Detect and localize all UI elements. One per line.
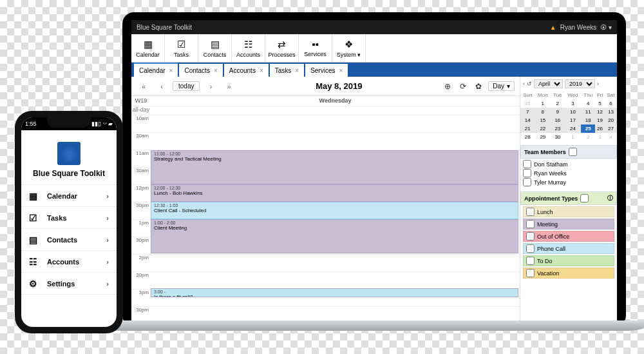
mini-day[interactable]: 1 [535, 99, 551, 108]
settings-icon[interactable]: ✿ [473, 81, 484, 92]
phone-item-contacts[interactable]: ▤Contacts› [21, 229, 117, 251]
mini-day[interactable]: 29 [535, 133, 551, 141]
tab-accounts[interactable]: Accounts× [224, 63, 269, 77]
appointment[interactable]: 3:00 -Is there a fit call? [151, 288, 518, 297]
mini-day[interactable]: 12 [595, 108, 605, 116]
mini-day[interactable]: 11 [581, 108, 595, 116]
today-button[interactable]: today [173, 81, 200, 91]
mini-year-select[interactable]: 2019 [565, 79, 595, 88]
mini-day[interactable]: 24 [565, 124, 582, 133]
tab-close-icon[interactable]: × [295, 67, 299, 74]
type-checkbox[interactable] [526, 208, 535, 216]
tab-calendar[interactable]: Calendar× [134, 63, 178, 77]
toolbar-services[interactable]: ▪▪Services [299, 34, 332, 62]
first-icon[interactable]: « [137, 79, 151, 93]
time-row[interactable]: 10am [131, 115, 520, 133]
mini-day[interactable]: 19 [595, 116, 605, 124]
time-slot[interactable] [151, 255, 520, 271]
phone-item-tasks[interactable]: ☑Tasks› [21, 207, 117, 229]
appointment[interactable]: 12:30 - 1:00Client Call - Scheduled [151, 202, 518, 219]
appointment-types-header[interactable]: Appointment Types ⓘ [520, 192, 617, 205]
tab-close-icon[interactable]: × [339, 67, 343, 74]
mini-day[interactable]: 8 [535, 108, 551, 116]
appointment[interactable]: 11:00 - 12:00Strategy and Tactical Meeti… [151, 150, 518, 184]
mini-month-select[interactable]: April [534, 79, 563, 88]
mini-day[interactable]: 4 [581, 99, 595, 108]
mini-day[interactable]: 3 [595, 133, 605, 141]
types-all-checkbox[interactable] [580, 194, 589, 202]
type-checkbox[interactable] [526, 244, 535, 253]
current-user[interactable]: Ryan Weeks [560, 24, 597, 31]
team-checkbox[interactable] [523, 178, 531, 186]
mini-history-icon[interactable]: ↺ [527, 81, 532, 87]
mini-day[interactable]: 6 [605, 99, 617, 108]
toolbar-processes[interactable]: ⇄Processes [265, 34, 299, 62]
toolbar-accounts[interactable]: ☷Accounts [232, 34, 265, 62]
mini-day[interactable]: 26 [595, 124, 605, 133]
toolbar-system[interactable]: ❖System ▾ [332, 34, 366, 62]
mini-day[interactable]: 14 [520, 116, 535, 124]
mini-day[interactable]: 2 [551, 99, 564, 108]
refresh-icon[interactable]: ⟳ [457, 81, 469, 92]
mini-day[interactable]: 7 [520, 108, 535, 116]
phone-item-accounts[interactable]: ☷Accounts› [21, 251, 117, 273]
tab-close-icon[interactable]: × [260, 67, 263, 74]
tab-contacts[interactable]: Contacts× [179, 63, 222, 77]
phone-item-settings[interactable]: ⚙Settings› [21, 273, 117, 295]
mini-day[interactable]: 21 [520, 124, 535, 133]
mini-day[interactable]: 1 [565, 133, 582, 141]
mini-day[interactable]: 22 [535, 124, 551, 133]
team-member[interactable]: Don Statham [523, 160, 614, 168]
prev-icon[interactable]: ‹ [155, 79, 169, 93]
tab-close-icon[interactable]: × [214, 67, 218, 74]
mini-day[interactable]: 2 [581, 133, 595, 141]
tab-close-icon[interactable]: × [169, 67, 173, 74]
mini-day[interactable]: 9 [551, 108, 564, 116]
time-grid[interactable]: 10am30am11am30am12pm30pm1pm30pm2pm30pm3p… [131, 115, 520, 320]
next-icon[interactable]: › [204, 79, 218, 93]
appointment-type[interactable]: Out of Office [523, 231, 614, 242]
time-slot[interactable] [151, 133, 520, 150]
type-checkbox[interactable] [526, 220, 535, 228]
mini-day[interactable]: 25 [581, 124, 595, 133]
info-icon[interactable]: ⓘ [607, 194, 613, 202]
mini-day[interactable]: 13 [605, 108, 617, 116]
mini-day[interactable]: 4 [605, 133, 617, 141]
mini-day[interactable]: 23 [551, 124, 564, 133]
mini-day[interactable]: 27 [605, 124, 617, 133]
add-icon[interactable]: ⊕ [442, 81, 453, 92]
toolbar-contacts[interactable]: ▤Contacts [198, 34, 232, 62]
type-checkbox[interactable] [526, 269, 535, 277]
team-member[interactable]: Ryan Weeks [523, 169, 614, 177]
mini-day[interactable]: 15 [535, 116, 551, 124]
mini-next-icon[interactable]: › [597, 81, 599, 87]
appointment-type[interactable]: Lunch [523, 206, 614, 217]
appointment-type[interactable]: Meeting [523, 219, 614, 230]
mini-day[interactable]: 3 [565, 99, 582, 108]
view-selector[interactable]: Day▾ [488, 81, 515, 91]
toolbar-tasks[interactable]: ☑Tasks [165, 34, 198, 62]
type-checkbox[interactable] [526, 257, 535, 265]
toolbar-calendar[interactable]: ▦Calendar [131, 34, 165, 62]
mini-day[interactable]: 30 [551, 133, 564, 141]
time-slot[interactable] [151, 307, 520, 320]
appointment-type[interactable]: Vacation [523, 268, 614, 279]
appointment-type[interactable]: To Do [523, 255, 614, 266]
tab-services[interactable]: Services× [305, 63, 348, 77]
mini-prev-icon[interactable]: ‹ [523, 81, 525, 87]
team-members-header[interactable]: Team Members [520, 145, 617, 159]
mini-day[interactable]: 31 [520, 99, 535, 108]
mini-day[interactable]: 28 [520, 133, 535, 141]
phone-item-calendar[interactable]: ▦Calendar› [21, 185, 117, 207]
time-slot[interactable] [151, 272, 520, 289]
team-checkbox[interactable] [523, 169, 531, 177]
appointment-type[interactable]: Phone Call [523, 243, 614, 254]
mini-day[interactable]: 10 [565, 108, 582, 116]
mini-day[interactable]: 5 [595, 99, 605, 108]
team-checkbox[interactable] [523, 160, 531, 168]
mini-day[interactable]: 18 [581, 116, 595, 124]
mini-day[interactable]: 17 [565, 116, 582, 124]
team-all-checkbox[interactable] [569, 148, 577, 156]
mini-day[interactable]: 16 [551, 116, 564, 124]
time-row[interactable]: 30pm [131, 272, 520, 290]
